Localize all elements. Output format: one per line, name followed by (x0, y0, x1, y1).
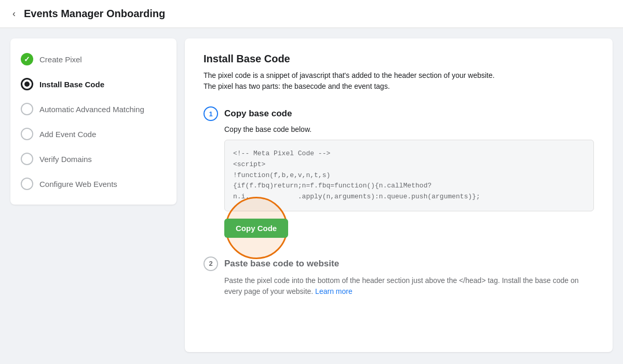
top-bar: ‹ Events Manager Onboarding (0, 0, 623, 28)
step-icon-inactive-3 (21, 103, 33, 115)
sidebar: ✓ Create Pixel Install Base Code Automat… (10, 38, 177, 205)
back-button[interactable]: ‹ (10, 6, 18, 21)
step-icon-completed: ✓ (21, 53, 33, 65)
sidebar-label-install-base-code: Install Base Code (39, 80, 104, 89)
checkmark-icon: ✓ (24, 55, 30, 63)
back-icon: ‹ (12, 8, 16, 19)
section-desc-line1: The pixel code is a snippet of javascrip… (204, 71, 495, 79)
step2-section: 2 Paste base code to website Paste the p… (204, 257, 594, 297)
sidebar-item-configure-web-events[interactable]: Configure Web Events (10, 171, 177, 196)
step1-header: 1 Copy base code (204, 106, 594, 121)
copy-code-button[interactable]: Copy Code (224, 219, 288, 238)
code-line-5: n.i... .apply(n,arguments):n.queue.push(… (233, 192, 585, 203)
sidebar-item-automatic-advanced-matching[interactable]: Automatic Advanced Matching (10, 97, 177, 122)
step1-number-circle: 1 (204, 106, 218, 121)
step2-number: 2 (209, 260, 212, 267)
code-line-2: <script> (233, 159, 585, 170)
step2-title: Paste base code to website (224, 259, 339, 269)
step2-desc: Paste the pixel code into the bottom of … (224, 275, 594, 297)
step-icon-inactive-4 (21, 128, 33, 140)
sidebar-label-automatic-advanced-matching: Automatic Advanced Matching (39, 105, 144, 114)
step-icon-active (21, 78, 33, 90)
step2-header: 2 Paste base code to website (204, 257, 594, 271)
sidebar-label-add-event-code: Add Event Code (39, 130, 96, 139)
section-title: Install Base Code (204, 53, 594, 65)
sidebar-item-install-base-code[interactable]: Install Base Code (10, 72, 177, 97)
step1-title: Copy base code (224, 109, 292, 119)
step1-section: 1 Copy base code Copy the base code belo… (204, 106, 594, 238)
step2-number-circle: 2 (204, 257, 218, 271)
step2-desc-text: Paste the pixel code into the bottom of … (224, 276, 579, 295)
code-box: <!-- Meta Pixel Code --> <script> !funct… (224, 140, 594, 211)
sidebar-item-add-event-code[interactable]: Add Event Code (10, 122, 177, 146)
sidebar-label-configure-web-events: Configure Web Events (39, 180, 117, 188)
section-description: The pixel code is a snippet of javascrip… (204, 70, 594, 92)
code-line-1: <!-- Meta Pixel Code --> (233, 149, 585, 159)
step1-desc: Copy the base code below. (224, 125, 594, 133)
copy-code-wrapper: Copy Code (224, 219, 288, 238)
step1-number: 1 (209, 110, 212, 118)
step-icon-inactive-6 (21, 178, 33, 190)
main-content: ✓ Create Pixel Install Base Code Automat… (0, 28, 623, 362)
learn-more-link[interactable]: Learn more (315, 287, 353, 295)
page-title: Events Manager Onboarding (24, 8, 165, 20)
step-icon-inactive-5 (21, 153, 33, 165)
section-desc-line2: The pixel has two parts: the basecode an… (204, 82, 390, 90)
code-line-4: {if(f.fbq)return;n=f.fbq=function(){n.ca… (233, 181, 585, 192)
sidebar-label-verify-domains: Verify Domains (39, 155, 92, 164)
sidebar-label-create-pixel: Create Pixel (39, 55, 82, 64)
sidebar-item-create-pixel[interactable]: ✓ Create Pixel (10, 47, 177, 72)
main-panel: Install Base Code The pixel code is a sn… (185, 38, 613, 352)
sidebar-item-verify-domains[interactable]: Verify Domains (10, 146, 177, 171)
code-line-3: !function(f,b,e,v,n,t,s) (233, 170, 585, 181)
